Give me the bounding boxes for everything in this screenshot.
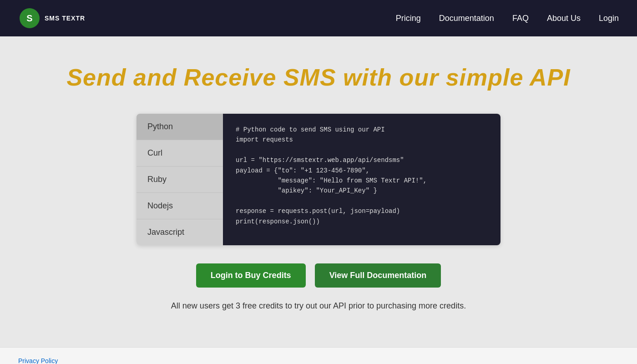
- free-credits-text: All new users get 3 free credits to try …: [171, 301, 466, 311]
- svg-text:S: S: [26, 13, 32, 23]
- code-section: Python Curl Ruby Nodejs Javascript # Pyt…: [136, 114, 500, 245]
- tab-nodejs[interactable]: Nodejs: [136, 193, 223, 219]
- view-docs-button[interactable]: View Full Documentation: [315, 263, 441, 288]
- nav-item-faq[interactable]: FAQ: [512, 14, 529, 23]
- logo-icon: S: [18, 7, 41, 30]
- nav-item-pricing[interactable]: Pricing: [396, 14, 421, 23]
- nav-link-about[interactable]: About Us: [547, 14, 581, 23]
- nav-link-faq[interactable]: FAQ: [512, 14, 529, 23]
- logo[interactable]: S SMS TEXTR: [18, 7, 85, 30]
- action-buttons: Login to Buy Credits View Full Documenta…: [196, 263, 441, 288]
- language-tabs: Python Curl Ruby Nodejs Javascript: [136, 114, 223, 245]
- tab-javascript[interactable]: Javascript: [136, 219, 223, 245]
- nav-link-pricing[interactable]: Pricing: [396, 14, 421, 23]
- privacy-policy-link[interactable]: Privacy Policy: [18, 357, 58, 364]
- nav-link-documentation[interactable]: Documentation: [439, 14, 494, 23]
- nav-item-about[interactable]: About Us: [547, 14, 581, 23]
- tab-python[interactable]: Python: [136, 114, 223, 140]
- nav-item-documentation[interactable]: Documentation: [439, 14, 494, 23]
- nav-links: Pricing Documentation FAQ About Us Login: [396, 14, 619, 23]
- navbar: S SMS TEXTR Pricing Documentation FAQ Ab…: [0, 0, 637, 36]
- hero-title: Send and Receive SMS with our simple API: [66, 64, 570, 91]
- nav-link-login[interactable]: Login: [599, 14, 619, 23]
- code-block: # Python code to send SMS using our API …: [223, 114, 500, 245]
- main-content: Send and Receive SMS with our simple API…: [0, 36, 637, 347]
- tab-curl[interactable]: Curl: [136, 140, 223, 167]
- footer: Privacy Policy: [0, 347, 637, 364]
- login-to-buy-button[interactable]: Login to Buy Credits: [196, 263, 306, 288]
- nav-item-login[interactable]: Login: [599, 14, 619, 23]
- logo-text: SMS TEXTR: [45, 15, 85, 22]
- tab-ruby[interactable]: Ruby: [136, 167, 223, 193]
